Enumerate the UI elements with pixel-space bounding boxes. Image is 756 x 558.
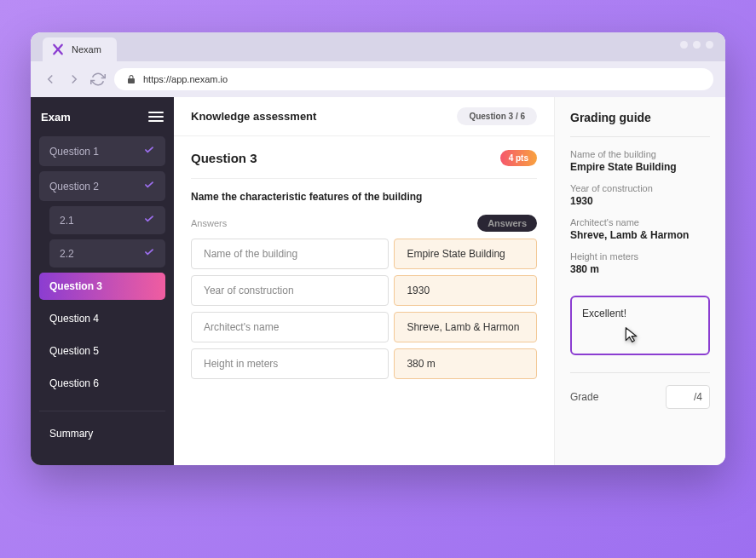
sidebar-item-label: 2.1	[60, 215, 74, 227]
nexam-logo-icon	[51, 43, 65, 56]
browser-tab[interactable]: Nexam	[43, 37, 117, 61]
question-title-row: Question 3 4 pts	[191, 150, 537, 179]
sidebar-header: Exam	[39, 109, 165, 124]
sidebar: Exam Question 1Question 22.12.2Question …	[31, 97, 174, 465]
answer-row: Year of construction1930	[191, 275, 537, 306]
url-bar[interactable]: https://app.nexam.io	[114, 68, 713, 90]
answer-field-value[interactable]: 380 m	[394, 348, 537, 379]
guide-item-label: Height in meters	[570, 251, 710, 262]
question-text: Name the characteristic features of the …	[191, 191, 537, 203]
hamburger-icon[interactable]	[148, 109, 164, 124]
answer-field-label[interactable]: Architect's name	[191, 312, 389, 342]
check-icon	[143, 179, 155, 193]
guide-item: Year of construction1930	[570, 183, 710, 207]
sidebar-item-label: Question 3	[49, 280, 102, 292]
answers-label-row: Answers Answers	[191, 215, 537, 232]
guide-item-label: Name of the building	[570, 149, 710, 159]
main-panel: Knowledge assessment Question 3 / 6 Ques…	[174, 97, 555, 465]
sidebar-item[interactable]: Question 6	[39, 370, 165, 397]
grade-label: Grade	[570, 391, 598, 403]
sidebar-title: Exam	[41, 111, 71, 124]
cursor-icon	[623, 326, 640, 346]
answer-field-label[interactable]: Year of construction	[191, 275, 389, 306]
comment-input[interactable]: Excellent!	[570, 296, 710, 355]
window-controls[interactable]	[680, 41, 713, 49]
check-icon	[143, 144, 155, 158]
answers-badge: Answers	[477, 215, 537, 232]
grading-guide-panel: Grading guide Name of the buildingEmpire…	[555, 97, 725, 465]
lock-icon	[126, 74, 136, 84]
answer-row: Name of the buildingEmpire State Buildin…	[191, 239, 537, 269]
sidebar-item[interactable]: Question 1	[39, 136, 165, 166]
sidebar-item-label: Question 2	[49, 181, 99, 193]
answer-field-value[interactable]: Empire State Building	[394, 239, 537, 269]
sidebar-item-label: Question 4	[49, 313, 99, 325]
forward-icon[interactable]	[66, 72, 82, 87]
browser-tabbar: Nexam	[31, 32, 725, 61]
reload-icon[interactable]	[90, 72, 106, 87]
check-icon	[143, 246, 155, 261]
grade-max: /4	[694, 391, 702, 403]
points-badge: 4 pts	[500, 150, 537, 166]
guide-item-value: Empire State Building	[570, 161, 710, 173]
sidebar-item[interactable]: Question 5	[39, 337, 165, 365]
main-header: Knowledge assessment Question 3 / 6	[174, 97, 554, 136]
sidebar-item[interactable]: Question 4	[39, 305, 165, 332]
sidebar-item-summary[interactable]: Summary	[39, 420, 165, 447]
sidebar-item[interactable]: 2.2	[49, 239, 165, 267]
answer-field-value[interactable]: 1930	[394, 275, 537, 306]
answer-field-value[interactable]: Shreve, Lamb & Harmon	[394, 312, 537, 342]
guide-item-label: Year of construction	[570, 183, 710, 193]
answer-field-label[interactable]: Name of the building	[191, 239, 389, 269]
sidebar-divider	[39, 411, 165, 411]
comment-text: Excellent!	[582, 308, 626, 319]
guide-item: Architect's nameShreve, Lamb & Harmon	[570, 217, 710, 241]
answers-label: Answers	[191, 218, 227, 228]
app-frame: Exam Question 1Question 22.12.2Question …	[31, 97, 725, 465]
sidebar-item-label: Question 1	[49, 146, 99, 158]
guide-item-value: Shreve, Lamb & Harmon	[570, 229, 710, 241]
back-icon[interactable]	[43, 72, 58, 87]
sidebar-item[interactable]: Question 3	[39, 273, 165, 300]
sidebar-item-label: Question 5	[49, 345, 99, 357]
browser-window: Nexam https://app.nexam.io Exam Question…	[31, 32, 725, 465]
guide-item-label: Architect's name	[570, 217, 710, 227]
sidebar-item-label: Question 6	[49, 377, 99, 389]
sidebar-item[interactable]: 2.1	[49, 206, 165, 234]
answer-row: Architect's nameShreve, Lamb & Harmon	[191, 312, 537, 342]
sidebar-item[interactable]: Question 2	[39, 171, 165, 201]
url-text: https://app.nexam.io	[143, 74, 228, 84]
grade-input[interactable]: /4	[666, 385, 710, 409]
assessment-title: Knowledge assessment	[191, 110, 316, 123]
grading-guide-title: Grading guide	[570, 111, 710, 137]
guide-item: Name of the buildingEmpire State Buildin…	[570, 149, 710, 173]
sidebar-item-label: 2.2	[60, 248, 74, 260]
guide-item: Height in meters380 m	[570, 251, 710, 275]
grade-row: Grade /4	[570, 372, 710, 409]
question-title: Question 3	[191, 151, 257, 165]
guide-item-value: 1930	[570, 195, 710, 207]
guide-item-value: 380 m	[570, 263, 710, 275]
tab-title: Nexam	[72, 44, 101, 55]
question-section: Question 3 4 pts Name the characteristic…	[174, 136, 554, 399]
question-counter-badge: Question 3 / 6	[457, 107, 537, 125]
sidebar-item-label: Summary	[49, 428, 93, 440]
check-icon	[143, 213, 155, 227]
answer-row: Height in meters380 m	[191, 348, 537, 379]
answer-field-label[interactable]: Height in meters	[191, 348, 389, 379]
browser-toolbar: https://app.nexam.io	[31, 61, 725, 97]
